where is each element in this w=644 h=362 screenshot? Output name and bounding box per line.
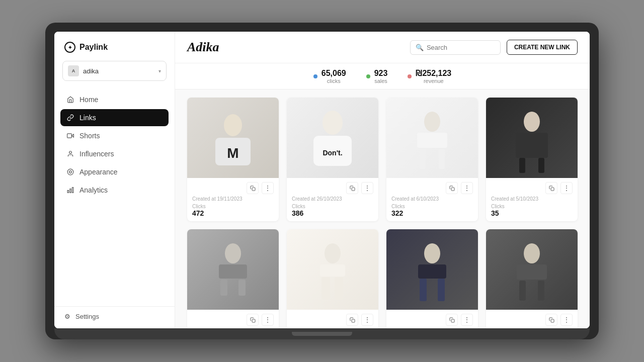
copy-icon[interactable] — [346, 182, 358, 194]
product-info: ⋮ Created at 19/11/2023 Clicks 472 — [187, 178, 279, 221]
product-image — [187, 229, 279, 310]
product-info: ⋮ Created at 4/10/2023 Clicks 418 — [386, 310, 478, 328]
svg-point-12 — [323, 111, 343, 135]
brand-name: adika — [83, 67, 154, 75]
brand-selector[interactable]: A adika ▾ — [62, 61, 167, 81]
stat-revenue: ₪252,123 revenue — [408, 68, 451, 84]
product-card: Don't. ⋮ Created at 26/10/2023 Clicks 38… — [287, 98, 378, 221]
product-image — [486, 98, 578, 178]
product-figure — [486, 229, 578, 310]
stat-dot-clicks — [313, 74, 317, 78]
copy-icon[interactable] — [446, 182, 458, 194]
product-figure: M — [187, 98, 279, 178]
appearance-icon — [66, 168, 74, 176]
svg-rect-24 — [538, 158, 544, 173]
search-box[interactable]: 🔍 — [410, 40, 501, 55]
sidebar-item-appearance[interactable]: Appearance — [60, 163, 169, 180]
svg-rect-43 — [519, 281, 526, 301]
sidebar-item-home[interactable]: Home — [60, 91, 169, 108]
svg-point-21 — [524, 112, 540, 132]
brand-avatar: A — [68, 65, 79, 76]
svg-rect-5 — [72, 188, 73, 193]
nav-label-shorts: Shorts — [79, 132, 100, 140]
more-icon[interactable]: ⋮ — [361, 182, 373, 194]
more-icon[interactable]: ⋮ — [262, 182, 274, 194]
more-icon[interactable]: ⋮ — [461, 182, 473, 194]
sidebar: ✦ Paylink A adika ▾ Home Links Shorts In… — [54, 32, 175, 328]
product-clicks-value: 35 — [491, 209, 573, 217]
svg-text:M: M — [227, 145, 238, 161]
more-icon[interactable]: ⋮ — [361, 314, 373, 326]
more-icon[interactable]: ⋮ — [262, 314, 274, 326]
app-name: Paylink — [79, 43, 108, 52]
product-card: ⋮ Created at 2/10/2023 Clicks 433 — [486, 229, 578, 328]
logo-icon: ✦ — [64, 42, 75, 53]
search-input[interactable] — [427, 44, 495, 51]
copy-icon[interactable] — [346, 314, 358, 326]
product-image: M — [187, 98, 279, 178]
search-icon: 🔍 — [416, 44, 424, 51]
stat-content-clicks: 65,069 clicks — [321, 69, 346, 84]
shorts-icon — [66, 132, 74, 140]
copy-icon[interactable] — [545, 314, 557, 326]
svg-point-31 — [325, 243, 341, 263]
create-new-link-button[interactable]: CREATE NEW LINK — [507, 40, 578, 55]
product-date: Created at 6/10/2023 — [391, 196, 473, 202]
svg-point-41 — [524, 243, 540, 263]
product-clicks-value: 472 — [192, 209, 274, 217]
product-image — [386, 98, 478, 178]
nav-label-influencers: Influencers — [79, 150, 114, 158]
svg-rect-32 — [320, 264, 345, 277]
content-area[interactable]: M ⋮ Created at 19/11/2023 Clicks 472 Don… — [175, 89, 590, 328]
product-date: Created at 5/10/2023 — [192, 328, 274, 328]
product-actions: ⋮ — [192, 182, 274, 194]
stat-content-sales: 923 sales — [374, 69, 388, 84]
copy-icon[interactable] — [247, 314, 259, 326]
stat-value-clicks: 65,069 — [321, 69, 346, 78]
product-actions: ⋮ — [391, 314, 473, 326]
product-clicks-label: Clicks — [192, 204, 274, 209]
product-actions: ⋮ — [192, 314, 274, 326]
more-icon[interactable]: ⋮ — [461, 314, 473, 326]
product-info: ⋮ Created at 6/10/2023 Clicks 322 — [386, 178, 478, 221]
product-clicks-label: Clicks — [491, 204, 573, 209]
svg-point-8 — [224, 114, 242, 136]
svg-rect-17 — [417, 133, 447, 148]
product-info: ⋮ Created at 26/10/2023 Clicks 386 — [287, 178, 378, 221]
copy-icon[interactable] — [545, 182, 557, 194]
sidebar-item-settings[interactable]: ⚙ Settings — [64, 313, 165, 320]
product-date: Created at 5/10/2023 — [491, 196, 573, 202]
product-actions: ⋮ — [391, 182, 473, 194]
svg-rect-45 — [551, 319, 554, 322]
product-figure — [386, 98, 478, 178]
copy-icon[interactable] — [247, 182, 259, 194]
svg-rect-11 — [252, 188, 255, 191]
sidebar-item-links[interactable]: Links — [60, 109, 169, 126]
sidebar-item-shorts[interactable]: Shorts — [60, 127, 169, 144]
product-actions: ⋮ — [491, 314, 573, 326]
product-card: ⋮ Created at 4/10/2023 Clicks 418 — [386, 229, 478, 328]
product-clicks-value: 322 — [391, 209, 473, 217]
product-info: ⋮ Created at 5/10/2023 Clicks 35 — [486, 178, 578, 221]
svg-rect-35 — [352, 319, 355, 322]
stat-label-clicks: clicks — [321, 78, 346, 84]
laptop-frame: ✦ Paylink A adika ▾ Home Links Shorts In… — [45, 23, 599, 339]
svg-rect-22 — [516, 133, 548, 158]
svg-rect-39 — [438, 279, 445, 301]
product-card: ⋮ Created at 5/10/2023 Clicks 253 — [187, 229, 279, 328]
svg-rect-40 — [451, 319, 454, 322]
sidebar-item-analytics[interactable]: Analytics — [60, 182, 169, 199]
analytics-icon — [66, 186, 74, 194]
svg-point-16 — [424, 112, 440, 132]
svg-rect-33 — [321, 277, 330, 300]
stat-dot-sales — [366, 74, 370, 78]
more-icon[interactable]: ⋮ — [560, 182, 573, 194]
stat-sales: 923 sales — [366, 69, 388, 84]
more-icon[interactable]: ⋮ — [560, 314, 573, 326]
copy-icon[interactable] — [446, 314, 458, 326]
stat-value-sales: 923 — [374, 69, 388, 78]
header-right: 🔍 CREATE NEW LINK — [410, 40, 578, 55]
sidebar-item-influencers[interactable]: Influencers — [60, 145, 169, 162]
svg-point-3 — [67, 169, 73, 175]
links-icon — [66, 114, 74, 122]
